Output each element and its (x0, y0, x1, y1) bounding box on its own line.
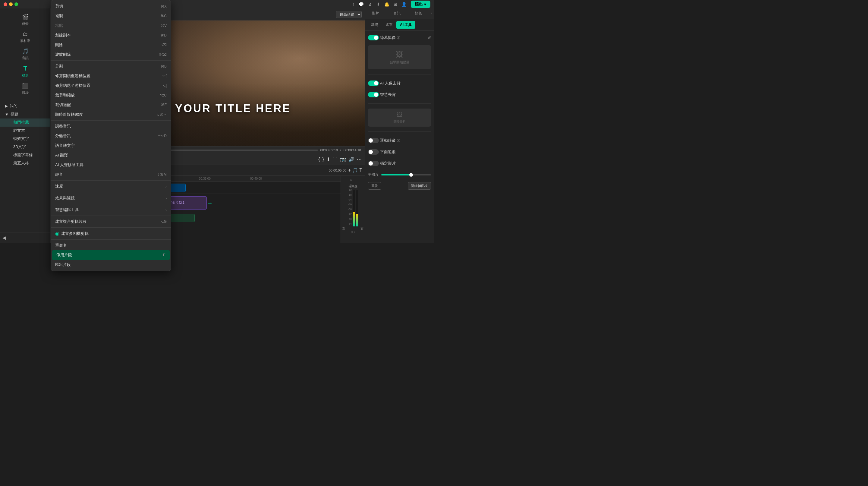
cm-smart-edit-arrow: › (165, 208, 167, 212)
cm-ai-translate-label: AI 翻譯 (55, 153, 68, 158)
cm-multicam-label: 建立多相機剪輯 (61, 231, 89, 236)
cm-mute-shortcut: ⇧⌘M (157, 173, 167, 177)
cm-split-label: 分割 (55, 64, 63, 69)
cm-crop-zoom[interactable]: 裁剪和縮放 ⌥C (51, 90, 171, 100)
cm-speech-text-label: 語音轉文字 (55, 143, 75, 148)
cm-adjust-audio-label: 調整音訊 (55, 124, 71, 129)
cm-cut-shortcut: ⌘X (161, 4, 167, 8)
cm-ai-vocal-remove[interactable]: AI 人聲移除工具 (51, 160, 171, 170)
cm-speed-arrow: › (165, 184, 167, 189)
cm-speech-text[interactable]: 語音轉文字 (51, 141, 171, 150)
cm-fit-label: 裁切適配 (55, 102, 71, 108)
cm-mute[interactable]: 靜音 ⇧⌘M (51, 170, 171, 179)
cm-fit-shortcut: ⌘F (161, 103, 167, 107)
cm-copy-shortcut: ⌘C (160, 14, 167, 18)
cm-effects-arrow: › (165, 196, 167, 201)
cm-ai-translate[interactable]: AI 翻譯 (51, 150, 171, 160)
cm-compound-shortcut: ⌥G (160, 219, 167, 224)
cm-sep-1 (51, 60, 171, 61)
cm-multicam-label-wrapper: ◉ 建立多相機剪輯 (55, 231, 89, 236)
cm-cut-label: 剪切 (55, 4, 63, 9)
cm-multicam[interactable]: ◉ 建立多相機剪輯 (51, 229, 171, 239)
cm-paste-shortcut: ⌘V (161, 24, 167, 28)
cm-trim-end-label: 修剪結尾至游標位置 (55, 83, 90, 88)
cm-detach-audio-shortcut: ^⌥D (158, 134, 167, 138)
cm-trim-start-shortcut: ⌥[ (161, 74, 167, 78)
cm-duplicate[interactable]: 創建副本 ⌘D (51, 30, 171, 40)
cm-speed-label: 速度 (55, 184, 63, 189)
cm-rotate[interactable]: 順時針旋轉90度 ⌥⌘→ (51, 110, 171, 119)
cm-copy[interactable]: 複製 ⌘C (51, 11, 171, 21)
cm-trim-end-shortcut: ⌥] (161, 84, 167, 88)
cm-split-shortcut: ⌘B (161, 64, 167, 68)
cm-effects[interactable]: 效果與濾鏡 › (51, 193, 171, 203)
cm-rotate-label: 順時針旋轉90度 (55, 112, 83, 117)
cm-ai-vocal-remove-label: AI 人聲移除工具 (55, 162, 84, 168)
cm-sep-8 (51, 239, 171, 240)
cm-dot: ◉ (55, 231, 59, 236)
cm-smart-edit[interactable]: 智慧編輯工具 › (51, 205, 171, 215)
cm-mute-label: 靜音 (55, 172, 63, 177)
cm-fit[interactable]: 裁切適配 ⌘F (51, 100, 171, 110)
cm-detach-audio[interactable]: 分離音訊 ^⌥D (51, 131, 171, 141)
cm-compound[interactable]: 建立複合剪輯片段 ⌥G (51, 217, 171, 226)
cm-sep-5 (51, 204, 171, 204)
cm-cut[interactable]: 剪切 ⌘X (51, 1, 171, 11)
cm-ripple-delete[interactable]: 波紋刪除 ⇧⌫ (51, 50, 171, 59)
cm-duplicate-label: 創建副本 (55, 33, 71, 38)
cm-delete[interactable]: 刪除 ⌫ (51, 40, 171, 50)
cm-delete-shortcut: ⌫ (161, 43, 167, 47)
cm-sep-4 (51, 192, 171, 192)
context-menu: 剪切 ⌘X 複製 ⌘C 粘貼 ⌘V 創建副本 ⌘D 刪除 ⌫ 波紋刪除 ⇧⌫ 分… (51, 0, 171, 243)
cm-trim-start[interactable]: 修剪開頭至游標位置 ⌥[ (51, 71, 171, 81)
cm-sep-3 (51, 180, 171, 181)
cm-sep-2 (51, 120, 171, 121)
cm-duplicate-shortcut: ⌘D (160, 33, 167, 37)
cm-adjust-audio[interactable]: 調整音訊 (51, 121, 171, 131)
cm-crop-zoom-label: 裁剪和縮放 (55, 93, 75, 98)
cm-trim-start-label: 修剪開頭至游標位置 (55, 73, 90, 79)
cm-copy-label: 複製 (55, 13, 63, 19)
cm-sep-7 (51, 227, 171, 227)
cm-ripple-delete-shortcut: ⇧⌫ (158, 53, 167, 57)
context-menu-overlay: 剪切 ⌘X 複製 ⌘C 粘貼 ⌘V 創建副本 ⌘D 刪除 ⌫ 波紋刪除 ⇧⌫ 分… (0, 0, 434, 243)
cm-rotate-shortcut: ⌥⌘→ (155, 113, 167, 117)
cm-split[interactable]: 分割 ⌘B (51, 61, 171, 71)
cm-rename[interactable]: 重命名 (51, 241, 171, 243)
cm-delete-label: 刪除 (55, 42, 63, 48)
cm-compound-label: 建立複合剪輯片段 (55, 219, 87, 224)
cm-trim-end[interactable]: 修剪結尾至游標位置 ⌥] (51, 81, 171, 90)
cm-ripple-delete-label: 波紋刪除 (55, 52, 71, 57)
cm-effects-label: 效果與濾鏡 (55, 195, 75, 201)
cm-smart-edit-label: 智慧編輯工具 (55, 207, 79, 213)
cm-crop-zoom-shortcut: ⌥C (160, 93, 167, 97)
cm-rename-label: 重命名 (55, 243, 67, 243)
cm-detach-audio-label: 分離音訊 (55, 133, 71, 139)
cm-speed[interactable]: 速度 › (51, 182, 171, 191)
cm-paste[interactable]: 粘貼 ⌘V (51, 21, 171, 30)
cm-paste-label: 粘貼 (55, 23, 63, 28)
